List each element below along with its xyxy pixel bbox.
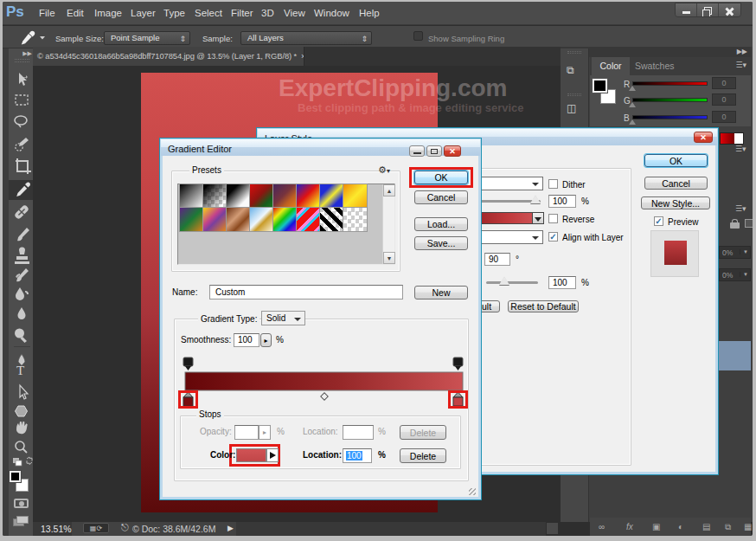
svg-text:T: T <box>16 364 24 377</box>
